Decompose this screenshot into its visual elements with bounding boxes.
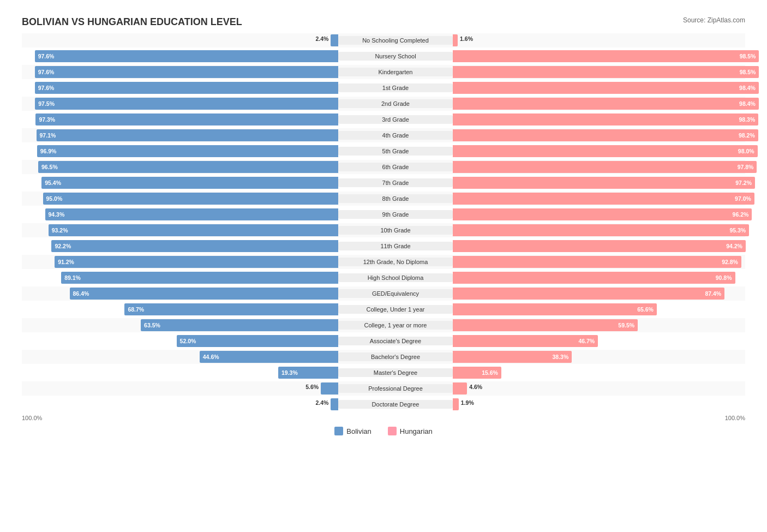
right-bar-section: 1.9% bbox=[453, 398, 767, 411]
center-label: 11th Grade bbox=[338, 242, 453, 250]
left-bar-section: 44.6% bbox=[22, 350, 338, 363]
chart-area: 2.4% No Schooling Completed 1.6% 97.6% N… bbox=[22, 33, 745, 411]
bar-row: 89.1% High School Diploma 90.8% bbox=[22, 271, 745, 285]
bar-row: 92.2% 11th Grade 94.2% bbox=[22, 239, 745, 253]
bar-blue: 44.6% bbox=[200, 351, 338, 363]
right-bar-section: 98.3% bbox=[453, 113, 767, 126]
right-bar-section: 97.2% bbox=[453, 176, 767, 189]
right-value-inside: 96.2% bbox=[730, 211, 752, 218]
right-value-inside: 38.3% bbox=[550, 354, 572, 360]
bar-blue: 96.5% bbox=[38, 161, 338, 173]
bar-row: 97.5% 2nd Grade 98.4% bbox=[22, 97, 745, 111]
bar-blue: 97.6% bbox=[35, 82, 338, 94]
left-bar-section: 95.0% bbox=[22, 192, 338, 205]
bar-row: 52.0% Associate's Degree 46.7% bbox=[22, 334, 745, 348]
right-value-inside: 98.5% bbox=[738, 53, 759, 59]
bar-blue: 52.0% bbox=[177, 335, 338, 347]
right-value-inside: 90.8% bbox=[714, 274, 735, 281]
right-value-inside: 65.6% bbox=[635, 306, 657, 313]
left-bar-section: 97.6% bbox=[22, 65, 338, 79]
bar-row: 93.2% 10th Grade 95.3% bbox=[22, 223, 745, 237]
bar-row: 97.6% Kindergarten 98.5% bbox=[22, 65, 745, 79]
bar-pink: 65.6% bbox=[453, 303, 657, 315]
center-label: College, Under 1 year bbox=[338, 305, 453, 314]
right-value-inside: 87.4% bbox=[703, 290, 724, 297]
left-bar-section: 2.4% bbox=[22, 34, 338, 47]
bar-pink: 98.5% bbox=[453, 50, 759, 62]
left-bar-section: 97.5% bbox=[22, 97, 338, 110]
bar-row: 2.4% No Schooling Completed 1.6% bbox=[22, 33, 745, 47]
left-value-inside: 95.0% bbox=[43, 195, 65, 202]
right-bar-section: 38.3% bbox=[453, 350, 767, 363]
right-bar-section: 92.8% bbox=[453, 255, 767, 268]
right-bar-section: 59.5% bbox=[453, 319, 767, 332]
bar-pink: 98.5% bbox=[453, 66, 759, 78]
chart-container: BOLIVIAN VS HUNGARIAN EDUCATION LEVEL So… bbox=[11, 11, 756, 446]
bar-pink: 98.4% bbox=[453, 98, 759, 110]
bar-row: 19.3% Master's Degree 15.6% bbox=[22, 366, 745, 380]
left-bar-section: 91.2% bbox=[22, 255, 338, 268]
bar-row: 68.7% College, Under 1 year 65.6% bbox=[22, 302, 745, 316]
bar-pink: 87.4% bbox=[453, 288, 724, 300]
left-bar-section: 89.1% bbox=[22, 271, 338, 284]
bar-row: 97.6% 1st Grade 98.4% bbox=[22, 81, 745, 95]
center-label: Nursery School bbox=[338, 52, 453, 61]
bar-blue: 97.6% bbox=[35, 66, 338, 78]
left-value-inside: 97.6% bbox=[35, 85, 57, 91]
left-bar-section: 93.2% bbox=[22, 224, 338, 237]
right-value-inside: 94.2% bbox=[724, 243, 746, 249]
right-bar-section: 97.8% bbox=[453, 160, 767, 174]
right-bar-section: 98.2% bbox=[453, 129, 767, 142]
center-label: High School Diploma bbox=[338, 273, 453, 282]
left-value-inside: 97.1% bbox=[37, 132, 58, 139]
bar-pink bbox=[453, 34, 458, 46]
center-label: 1st Grade bbox=[338, 83, 453, 92]
center-label: 12th Grade, No Diploma bbox=[338, 258, 453, 266]
right-value-inside: 15.6% bbox=[480, 369, 501, 376]
right-value-outside: 4.6% bbox=[469, 384, 482, 390]
bar-pink: 98.2% bbox=[453, 129, 758, 141]
bar-blue: 89.1% bbox=[61, 272, 338, 284]
left-value-outside: 5.6% bbox=[305, 384, 319, 390]
center-label: Associate's Degree bbox=[338, 337, 453, 345]
left-bar-section: 97.1% bbox=[22, 129, 338, 142]
center-label: Doctorate Degree bbox=[338, 400, 453, 409]
right-value-inside: 46.7% bbox=[576, 338, 598, 344]
bar-pink: 46.7% bbox=[453, 335, 598, 347]
bar-blue: 95.0% bbox=[43, 193, 339, 205]
left-bar-section: 19.3% bbox=[22, 366, 338, 379]
bar-pink: 38.3% bbox=[453, 351, 572, 363]
left-value-inside: 44.6% bbox=[200, 354, 221, 360]
left-value-inside: 96.9% bbox=[37, 148, 59, 154]
bar-blue: 97.1% bbox=[37, 129, 338, 141]
left-bar-section: 95.4% bbox=[22, 176, 338, 189]
bar-pink bbox=[453, 398, 459, 410]
bar-row: 91.2% 12th Grade, No Diploma 92.8% bbox=[22, 255, 745, 269]
left-value-outside: 2.4% bbox=[315, 399, 328, 406]
legend: Bolivian Hungarian bbox=[22, 427, 745, 435]
axis-left: 100.0% bbox=[22, 415, 42, 421]
right-value-inside: 95.3% bbox=[727, 227, 749, 234]
axis-right: 100.0% bbox=[725, 415, 745, 421]
right-bar-section: 46.7% bbox=[453, 334, 767, 348]
bar-row: 97.3% 3rd Grade 98.3% bbox=[22, 112, 745, 127]
bar-blue: 94.3% bbox=[45, 208, 339, 220]
chart-header: BOLIVIAN VS HUNGARIAN EDUCATION LEVEL So… bbox=[22, 16, 745, 28]
right-bar-section: 1.6% bbox=[453, 34, 767, 47]
axis-row: 100.0% 100.0% bbox=[22, 415, 745, 421]
bar-pink: 98.3% bbox=[453, 113, 758, 125]
legend-hungarian-box bbox=[388, 427, 397, 435]
left-bar-section: 52.0% bbox=[22, 334, 338, 348]
bar-pink: 96.2% bbox=[453, 208, 752, 220]
right-value-inside: 97.2% bbox=[733, 180, 755, 186]
left-value-inside: 68.7% bbox=[124, 306, 146, 313]
center-label: 6th Grade bbox=[338, 163, 453, 171]
center-label: Bachelor's Degree bbox=[338, 352, 453, 361]
right-bar-section: 95.3% bbox=[453, 224, 767, 237]
right-value-inside: 98.3% bbox=[737, 116, 759, 123]
bar-row: 2.4% Doctorate Degree 1.9% bbox=[22, 397, 745, 411]
center-label: College, 1 year or more bbox=[338, 321, 453, 330]
center-label: Kindergarten bbox=[338, 68, 453, 76]
center-label: Master's Degree bbox=[338, 368, 453, 377]
right-bar-section: 98.5% bbox=[453, 65, 767, 79]
